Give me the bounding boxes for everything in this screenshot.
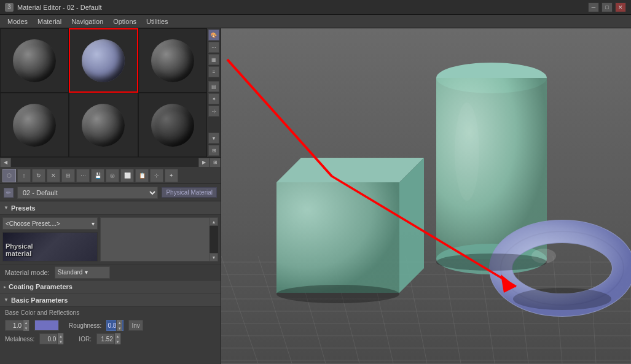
side-toolbar: 🎨 ⋯ ▦ ≡ ▤ ✦ ⊹ ▼ ⊞ [207,28,221,157]
tool-select[interactable]: ⬡ [2,169,16,182]
material-cell-5[interactable] [138,93,207,157]
tool-delete[interactable]: ✕ [47,169,60,182]
scroll-corner[interactable]: ⊞ [210,158,221,168]
side-tool-7[interactable]: ⊹ [208,106,219,117]
presets-header[interactable]: ▼ Presets [0,201,221,215]
metalness-spinbox[interactable]: 0.0 ▲ ▼ [39,333,64,344]
preset-preview-area: ▲ ▼ [100,217,218,261]
base-color-swatch[interactable] [34,320,59,331]
material-cell-3[interactable] [0,93,69,157]
roughness-down[interactable]: ▼ [116,325,122,331]
coating-arrow-icon: ▸ [4,284,6,290]
presets-section: ▼ Presets <Choose Preset....> ▾ Physical… [0,201,221,264]
side-tool-5[interactable]: ▤ [208,81,219,92]
side-tool-8[interactable]: ⊞ [208,145,219,156]
preset-preview [100,217,218,261]
ior-arrows: ▲ ▼ [114,333,120,344]
menu-utilities[interactable]: Utilities [141,17,173,26]
left-panel: 🎨 ⋯ ▦ ≡ ▤ ✦ ⊹ ▼ ⊞ ◀ ▶ ⊞ ⬡ ↕ ↻ ✕ ⊞ ⋯ [0,28,221,364]
window-title: Material Editor - 02 - Default [17,4,588,11]
roughness-up[interactable]: ▲ [116,320,122,325]
3d-viewport[interactable] [221,28,631,364]
material-name-select[interactable]: 02 - Default [17,187,158,199]
scroll-right-arrow[interactable]: ▶ [198,158,210,168]
side-tool-4[interactable]: ≡ [208,66,219,77]
basic-params-arrow-icon: ▼ [4,297,9,303]
tool-rotate[interactable]: ↻ [32,169,45,182]
pencil-icon[interactable]: ✏ [4,188,14,198]
basic-params-title: Basic Parameters [11,296,68,304]
tool-8[interactable]: ◎ [106,169,119,182]
preset-image[interactable]: Physical material [2,232,98,261]
value-spinbox[interactable]: 1.0 ▲ ▼ [5,320,29,331]
side-tool-1[interactable]: 🎨 [208,29,219,41]
metalness-up[interactable]: ▲ [57,333,63,339]
preset-scroll-up[interactable]: ▲ [210,217,218,226]
svg-point-35 [513,288,611,310]
material-type-badge: Physical Material [162,187,217,198]
window-controls: ─ □ ✕ [588,2,626,12]
scroll-track-h[interactable] [11,158,198,168]
spinbox-up[interactable]: ▲ [23,320,29,325]
tool-move[interactable]: ↕ [17,169,31,182]
ior-down[interactable]: ▼ [114,339,120,344]
scroll-left-arrow[interactable]: ◀ [0,158,11,168]
main-toolbar: ⬡ ↕ ↻ ✕ ⊞ ⋯ 💾 ◎ ⬜ 📋 ⊹ ✦ [0,167,221,184]
close-button[interactable]: ✕ [615,2,626,12]
menu-navigation[interactable]: Navigation [66,17,108,26]
material-cell-1[interactable] [69,28,138,93]
viewport-svg [221,28,631,364]
spinbox-arrows: ▲ ▼ [23,320,29,331]
ior-spinbox[interactable]: 1.52 ▲ ▼ [96,333,121,344]
sphere-preview-0 [13,39,56,82]
side-tool-2[interactable]: ⋯ [208,42,219,53]
sphere-preview-5 [151,104,194,147]
metalness-label: Metalness: [5,336,34,343]
material-cell-4[interactable] [69,93,138,157]
material-mode-select[interactable]: Standard ▾ [55,266,110,279]
params-row-2: Metalness: 0.0 ▲ ▼ IOR: 1.52 ▲ ▼ [5,333,216,344]
coating-title: Coating Parameters [9,283,73,290]
menu-options[interactable]: Options [108,17,141,26]
basic-params-header[interactable]: ▼ Basic Parameters [0,293,221,307]
basic-params-content: Base Color and Reflections 1.0 ▲ ▼ Rough… [0,307,221,349]
metalness-down[interactable]: ▼ [57,339,63,344]
spinbox-down[interactable]: ▼ [23,325,29,331]
tool-5[interactable]: ⊞ [61,169,75,182]
maximize-button[interactable]: □ [602,2,613,12]
ior-up[interactable]: ▲ [114,333,120,339]
roughness-value[interactable]: 0.8 ▲ ▼ [106,320,123,331]
presets-title: Presets [11,204,36,212]
svg-point-34 [436,254,547,271]
tool-12[interactable]: ✦ [165,169,178,182]
metalness-val: 0.0 [40,336,57,343]
material-cell-2[interactable] [138,28,207,93]
material-cell-0[interactable] [0,28,69,93]
coating-section-header[interactable]: ▸ Coating Parameters [0,280,221,293]
tool-11[interactable]: ⊹ [150,169,163,182]
preset-scroll-track[interactable] [210,226,218,253]
scroll-down[interactable]: ▼ [208,133,219,144]
menu-modes[interactable]: Modes [2,17,33,26]
tool-save[interactable]: 💾 [91,169,104,182]
tool-10[interactable]: 📋 [135,169,149,182]
side-tool-3[interactable]: ▦ [208,54,219,65]
inv-button[interactable]: Inv [128,320,143,331]
preset-dropdown[interactable]: <Choose Preset....> ▾ [2,217,98,230]
minimize-button[interactable]: ─ [588,2,599,12]
tool-6[interactable]: ⋯ [76,169,90,182]
material-name-row: ✏ 02 - Default Physical Material [0,184,221,201]
preset-vscroll: ▲ ▼ [210,217,218,261]
presets-left: <Choose Preset....> ▾ Physical material [2,217,98,261]
material-mode-label: Material mode: [5,269,50,276]
mode-dropdown-icon: ▾ [85,269,88,276]
svg-point-33 [276,285,399,303]
sphere-preview-4 [82,104,125,147]
menu-material[interactable]: Material [33,17,66,26]
sphere-preview-2 [151,39,194,82]
ior-label: IOR: [79,336,92,343]
tool-9[interactable]: ⬜ [120,169,134,182]
material-preview-container: 🎨 ⋯ ▦ ≡ ▤ ✦ ⊹ ▼ ⊞ [0,28,221,157]
side-tool-6[interactable]: ✦ [208,93,219,104]
preset-scroll-down[interactable]: ▼ [210,253,218,261]
